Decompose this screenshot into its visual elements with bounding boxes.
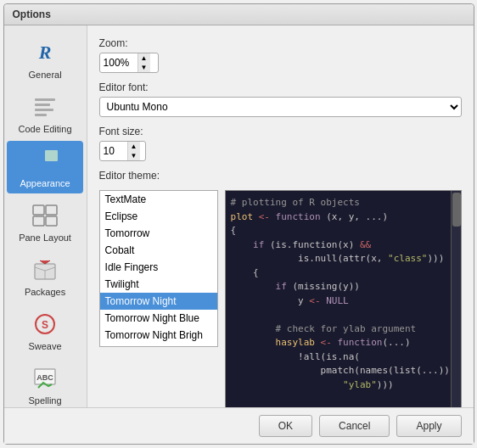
svg-text:ABC: ABC: [36, 373, 53, 382]
theme-item-tomorrow-night[interactable]: Tomorrow Night: [100, 293, 217, 310]
sidebar-item-pane-layout[interactable]: Pane Layout: [7, 195, 83, 248]
theme-item-tomorrow[interactable]: Tomorrow: [100, 225, 217, 242]
font-size-input[interactable]: [100, 143, 127, 159]
svg-rect-8: [46, 205, 57, 215]
sidebar-label-spelling: Spelling: [28, 395, 61, 406]
scrollbar-thumb: [452, 193, 461, 227]
editor-font-label: Editor font:: [99, 81, 462, 93]
svg-rect-3: [35, 114, 47, 116]
zoom-row: Zoom: ▲ ▼: [99, 37, 462, 73]
theme-item-twilight[interactable]: Twilight: [100, 276, 217, 293]
sidebar-label-sweave: Sweave: [28, 341, 61, 351]
editor-theme-label: Editor theme:: [99, 170, 462, 182]
pane-layout-icon: [30, 200, 60, 231]
theme-item-tomorrow-night-80s[interactable]: Tomorrow Night 80's: [100, 344, 217, 347]
svg-rect-0: [35, 98, 55, 101]
code-editing-icon: [30, 92, 60, 122]
svg-rect-2: [35, 109, 53, 111]
svg-rect-10: [46, 216, 57, 226]
font-size-spinbox[interactable]: ▲ ▼: [99, 141, 146, 161]
theme-item-idle-fingers[interactable]: Idle Fingers: [100, 259, 217, 276]
code-preview: # plotting of R objects plot <- function…: [225, 190, 462, 407]
theme-item-eclipse[interactable]: Eclipse: [100, 208, 217, 225]
font-size-up-button[interactable]: ▲: [128, 142, 140, 151]
spelling-icon: ABC: [30, 363, 60, 394]
appearance-icon: [30, 146, 60, 176]
packages-icon: [30, 255, 60, 285]
font-size-label: Font size:: [99, 126, 462, 137]
cancel-button[interactable]: Cancel: [319, 415, 390, 437]
sweave-icon: S: [30, 309, 60, 339]
zoom-down-button[interactable]: ▼: [138, 63, 150, 72]
sidebar-label-appearance: Appearance: [20, 178, 70, 188]
svg-rect-5: [32, 150, 45, 172]
sidebar-item-spelling[interactable]: ABC Spelling: [7, 358, 83, 407]
font-size-down-button[interactable]: ▼: [128, 151, 140, 160]
general-icon: R: [30, 37, 60, 68]
editor-font-row: Editor font: Ubuntu Mono Courier New Con…: [99, 81, 462, 117]
options-dialog: Options R General Code Edit: [3, 3, 474, 445]
dialog-content: R General Code Editing: [4, 25, 474, 407]
theme-item-tomorrow-night-blue[interactable]: Tomorrow Night Blue: [100, 310, 217, 327]
svg-rect-1: [35, 104, 50, 106]
sidebar-label-general: General: [28, 70, 61, 80]
dialog-titlebar: Options: [4, 4, 474, 25]
sidebar-item-appearance[interactable]: Appearance: [7, 141, 83, 193]
zoom-label: Zoom:: [99, 37, 462, 49]
ok-button[interactable]: OK: [259, 415, 312, 437]
theme-item-textmate[interactable]: TextMate: [100, 191, 217, 208]
sidebar-label-code-editing: Code Editing: [19, 124, 72, 134]
theme-content: TextMate Eclipse Tomorrow Cobalt Idle Fi…: [99, 190, 462, 407]
code-preview-scrollbar[interactable]: [451, 191, 461, 407]
sidebar-label-packages: Packages: [25, 287, 65, 297]
svg-text:S: S: [42, 319, 48, 331]
zoom-spinbox[interactable]: ▲ ▼: [99, 53, 159, 73]
svg-rect-7: [33, 205, 44, 215]
zoom-input[interactable]: [100, 55, 137, 70]
zoom-up-button[interactable]: ▲: [138, 53, 150, 63]
theme-item-cobalt[interactable]: Cobalt: [100, 242, 217, 259]
dialog-title: Options: [13, 8, 51, 20]
theme-item-tomorrow-night-brigh[interactable]: Tomorrow Night Brigh: [100, 327, 217, 344]
svg-rect-6: [45, 150, 58, 161]
sidebar-item-sweave[interactable]: S Sweave: [7, 304, 83, 356]
sidebar: R General Code Editing: [4, 25, 87, 407]
sidebar-item-general[interactable]: R General: [7, 32, 83, 85]
editor-font-select[interactable]: Ubuntu Mono Courier New Consolas Monaco: [99, 97, 462, 117]
bottom-row: OK Cancel Apply: [4, 407, 474, 444]
apply-button[interactable]: Apply: [396, 415, 461, 437]
main-panel: Zoom: ▲ ▼ Editor font: Ubuntu Mono: [87, 25, 474, 407]
theme-list[interactable]: TextMate Eclipse Tomorrow Cobalt Idle Fi…: [99, 190, 218, 347]
theme-list-container: TextMate Eclipse Tomorrow Cobalt Idle Fi…: [99, 190, 218, 407]
sidebar-item-packages[interactable]: Packages: [7, 249, 83, 302]
font-size-row: Font size: ▲ ▼: [99, 126, 462, 161]
svg-rect-9: [33, 216, 44, 226]
sidebar-item-code-editing[interactable]: Code Editing: [7, 87, 83, 139]
code-preview-text: # plotting of R objects plot <- function…: [231, 196, 456, 407]
sidebar-label-pane-layout: Pane Layout: [19, 232, 71, 243]
